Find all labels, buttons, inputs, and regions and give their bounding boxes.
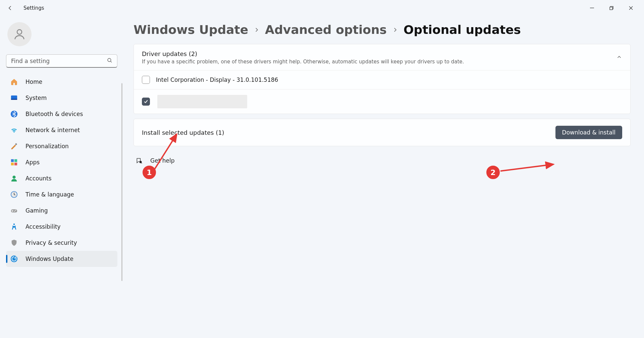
driver-section-header[interactable]: Driver updates (2) If you have a specifi… xyxy=(134,44,630,70)
sidebar-item-accounts[interactable]: Accounts xyxy=(6,170,117,186)
personalization-icon xyxy=(10,142,18,150)
sidebar-item-time[interactable]: Time & language xyxy=(6,186,117,203)
sidebar-item-label: Bluetooth & devices xyxy=(25,111,83,117)
sidebar-item-accessibility[interactable]: Accessibility xyxy=(6,219,117,235)
svg-point-17 xyxy=(13,223,15,225)
sidebar: Home System Bluetooth & devices Network … xyxy=(0,16,124,338)
sidebar-item-label: Accessibility xyxy=(25,223,61,230)
maximize-icon xyxy=(609,6,613,10)
bluetooth-icon xyxy=(10,110,18,118)
driver-label: Intel Corporation - Display - 31.0.101.5… xyxy=(156,76,278,83)
driver-label-redacted xyxy=(157,95,247,108)
sidebar-item-label: Accounts xyxy=(25,175,52,182)
breadcrumb: Windows Update Advanced options Optional… xyxy=(133,23,631,37)
sidebar-nav: Home System Bluetooth & devices Network … xyxy=(6,74,123,267)
svg-point-16 xyxy=(14,211,15,212)
arrow-left-icon xyxy=(7,5,13,11)
home-icon xyxy=(10,78,18,86)
sidebar-item-label: Personalization xyxy=(25,143,69,150)
back-button[interactable] xyxy=(3,1,17,15)
svg-rect-5 xyxy=(11,99,17,100)
sidebar-item-label: Network & internet xyxy=(25,127,80,133)
chevron-up-icon xyxy=(616,54,622,61)
driver-row: Intel Corporation - Display - 31.0.101.5… xyxy=(134,70,630,89)
sidebar-item-apps[interactable]: Apps xyxy=(6,154,117,170)
breadcrumb-level2[interactable]: Advanced options xyxy=(265,23,387,37)
sidebar-item-network[interactable]: Network & internet xyxy=(6,122,117,138)
get-help-link[interactable]: Get help xyxy=(133,151,631,170)
svg-point-19 xyxy=(140,161,142,163)
sidebar-item-label: Time & language xyxy=(25,191,74,198)
check-icon xyxy=(143,99,149,104)
system-icon xyxy=(10,94,18,102)
accounts-icon xyxy=(10,174,18,182)
svg-rect-11 xyxy=(14,163,17,165)
sidebar-item-privacy[interactable]: Privacy & security xyxy=(6,235,117,251)
apps-icon xyxy=(10,158,18,166)
sidebar-item-bluetooth[interactable]: Bluetooth & devices xyxy=(6,106,117,122)
network-icon xyxy=(10,126,18,134)
privacy-icon xyxy=(10,239,18,247)
help-label: Get help xyxy=(150,157,174,164)
help-icon xyxy=(136,157,143,164)
sidebar-item-label: Privacy & security xyxy=(25,239,77,246)
breadcrumb-level1[interactable]: Windows Update xyxy=(133,23,248,37)
driver-checkbox-1[interactable] xyxy=(142,76,150,84)
sidebar-item-system[interactable]: System xyxy=(6,90,117,106)
user-avatar[interactable] xyxy=(7,22,32,46)
update-icon xyxy=(10,255,18,263)
search-icon xyxy=(107,57,113,65)
driver-checkbox-2[interactable] xyxy=(142,98,150,106)
window-controls xyxy=(582,1,641,15)
gaming-icon xyxy=(10,207,18,215)
minimize-icon xyxy=(590,6,594,10)
svg-rect-8 xyxy=(11,159,14,162)
driver-row xyxy=(134,89,630,114)
svg-point-2 xyxy=(17,30,22,34)
sidebar-item-label: System xyxy=(25,95,47,101)
sidebar-item-personalization[interactable]: Personalization xyxy=(6,138,117,154)
chevron-right-icon xyxy=(254,27,260,33)
download-install-button[interactable]: Download & install xyxy=(555,126,622,139)
sidebar-item-home[interactable]: Home xyxy=(6,74,117,90)
close-button[interactable] xyxy=(621,1,641,15)
minimize-button[interactable] xyxy=(582,1,602,15)
svg-rect-9 xyxy=(14,159,17,162)
svg-point-15 xyxy=(15,210,16,211)
svg-rect-0 xyxy=(590,8,594,8)
sidebar-item-label: Windows Update xyxy=(25,256,73,262)
sidebar-item-label: Home xyxy=(25,78,42,85)
time-icon xyxy=(10,190,18,199)
app-title: Settings xyxy=(23,5,44,11)
install-card: Install selected updates (1) Download & … xyxy=(133,119,631,146)
close-icon xyxy=(629,6,633,10)
section-title: Driver updates (2) xyxy=(142,50,616,57)
sidebar-scrollbar[interactable] xyxy=(121,83,122,281)
accessibility-icon xyxy=(10,223,18,231)
sidebar-item-label: Gaming xyxy=(25,207,48,214)
sidebar-item-gaming[interactable]: Gaming xyxy=(6,203,117,219)
sidebar-item-windows-update[interactable]: Windows Update xyxy=(6,251,117,267)
sidebar-item-label: Apps xyxy=(25,159,40,166)
maximize-button[interactable] xyxy=(602,1,621,15)
svg-rect-10 xyxy=(11,163,14,165)
driver-updates-card: Driver updates (2) If you have a specifi… xyxy=(133,44,631,114)
titlebar: Settings xyxy=(0,0,644,16)
breadcrumb-current: Optional updates xyxy=(404,23,521,37)
svg-point-12 xyxy=(12,176,15,179)
svg-point-3 xyxy=(108,58,111,62)
section-description: If you have a specific problem, one of t… xyxy=(142,59,616,65)
install-label: Install selected updates (1) xyxy=(142,129,555,136)
chevron-right-icon xyxy=(392,27,398,33)
main-content: Windows Update Advanced options Optional… xyxy=(124,16,644,338)
search-wrap xyxy=(6,54,117,68)
svg-rect-1 xyxy=(610,7,612,10)
search-input[interactable] xyxy=(6,54,117,68)
svg-rect-7 xyxy=(15,143,17,145)
person-icon xyxy=(13,27,26,41)
